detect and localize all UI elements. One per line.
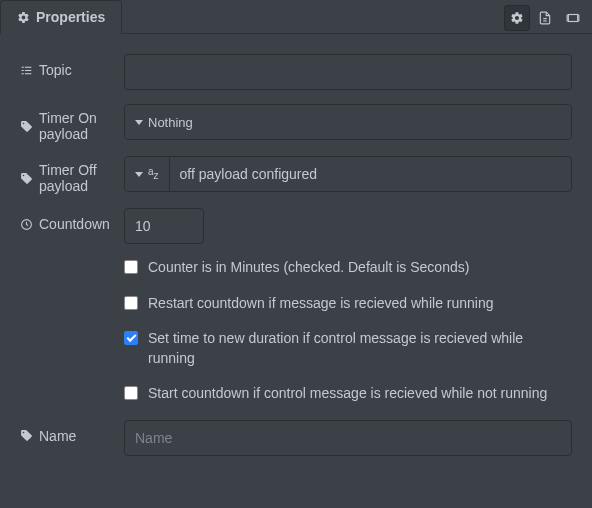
svg-rect-9 (25, 69, 32, 70)
checkbox-set-new-duration[interactable]: Set time to new duration if control mess… (124, 329, 572, 368)
checkbox-minutes[interactable]: Counter is in Minutes (checked. Default … (124, 258, 572, 278)
tab-bar: Properties (0, 0, 592, 34)
list-icon (20, 64, 33, 77)
caret-down-icon (135, 120, 143, 125)
caret-down-icon (135, 172, 143, 177)
tab-label: Properties (36, 9, 105, 25)
timer-on-type-selector[interactable]: Nothing (125, 105, 571, 139)
svg-rect-6 (22, 69, 24, 70)
svg-rect-5 (22, 66, 24, 67)
file-icon (538, 11, 552, 25)
clock-icon (20, 218, 33, 231)
gear-icon (510, 11, 524, 25)
checkbox-icon (124, 331, 138, 345)
tag-icon (20, 429, 33, 442)
appearance-button[interactable] (560, 5, 586, 31)
layout-icon (566, 11, 580, 25)
label-timer-on: Timer On payload (20, 104, 124, 142)
svg-rect-10 (25, 73, 32, 74)
tab-properties[interactable]: Properties (0, 0, 122, 34)
label-name: Name (20, 420, 124, 444)
settings-button[interactable] (504, 5, 530, 31)
string-type-icon: az (148, 169, 159, 179)
timer-off-type-selector[interactable]: az (125, 157, 170, 191)
topic-input[interactable] (124, 54, 572, 90)
countdown-input[interactable] (124, 208, 204, 244)
name-input[interactable] (124, 420, 572, 456)
tag-icon (20, 120, 33, 133)
timer-off-payload-input[interactable]: az off payload configured (124, 156, 572, 192)
checkbox-start-on-control[interactable]: Start countdown if control message is re… (124, 384, 572, 404)
checkbox-icon (124, 260, 138, 274)
timer-off-value[interactable]: off payload configured (170, 157, 571, 191)
docs-button[interactable] (532, 5, 558, 31)
svg-rect-7 (22, 73, 24, 74)
properties-panel: Properties (0, 0, 592, 508)
form: Topic Timer On payload Nothing (0, 34, 592, 480)
gear-icon (17, 11, 30, 24)
svg-rect-2 (568, 15, 577, 22)
label-topic: Topic (20, 54, 124, 78)
label-timer-off: Timer Off payload (20, 156, 124, 194)
checkbox-icon (124, 386, 138, 400)
tag-icon (20, 172, 33, 185)
tab-action-buttons (504, 0, 592, 33)
checkbox-restart[interactable]: Restart countdown if message is recieved… (124, 294, 572, 314)
timer-on-payload-input[interactable]: Nothing (124, 104, 572, 140)
checkbox-icon (124, 296, 138, 310)
svg-rect-8 (25, 66, 32, 67)
label-countdown: Countdown (20, 208, 124, 232)
